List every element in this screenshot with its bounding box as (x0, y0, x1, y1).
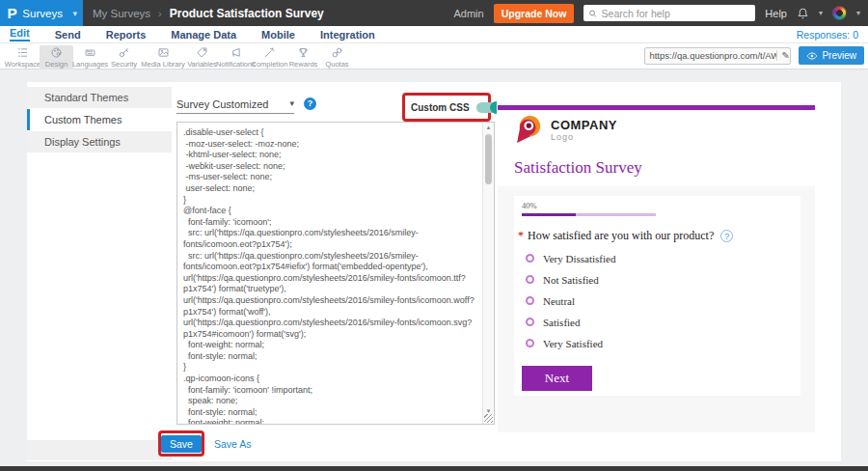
toolbar-right: ✎ Preview (644, 45, 864, 65)
option-satisfied[interactable]: Satisfied (526, 316, 581, 328)
notifications-megaphone-icon (230, 46, 242, 59)
survey-preview-pane: COMPANY Logo Satisfaction Survey 40% * H… (497, 82, 841, 461)
question-help-icon[interactable]: ? (720, 230, 733, 242)
question-row: * How satisfied are you with our product… (518, 229, 733, 243)
custom-css-label: Custom CSS (411, 102, 470, 113)
notifications-bell-icon[interactable] (797, 7, 809, 20)
sidebar-item-custom-themes[interactable]: Custom Themes (27, 109, 172, 130)
avatar[interactable] (832, 6, 847, 20)
variables-tag-icon (196, 46, 208, 59)
custom-css-editor[interactable]: .disable-user-select { -moz-user-select:… (176, 122, 495, 425)
theme-dropdown[interactable]: Survey Customized ▾ (176, 98, 294, 114)
toolbar-item-workspace[interactable]: Workspace (6, 45, 40, 69)
sidebar-item-display-settings[interactable]: Display Settings (27, 131, 172, 152)
sidebar-item-standard-themes[interactable]: Standard Themes (27, 87, 172, 108)
search-icon (588, 9, 597, 18)
css-code[interactable]: .disable-user-select { -moz-user-select:… (177, 123, 482, 424)
survey-body: 40% * How satisfied are you with our pro… (498, 186, 815, 432)
workspace-icon (16, 46, 29, 59)
chevron-down-icon: ▾ (72, 9, 77, 18)
rewards-trophy-icon (297, 46, 310, 59)
sidebar-footer (27, 440, 172, 460)
survey-url-input[interactable] (649, 50, 776, 61)
completion-wand-icon (263, 46, 276, 59)
survey-top-bar (498, 105, 815, 110)
bottom-bar (0, 466, 868, 471)
survey-url-field[interactable]: ✎ (644, 47, 791, 65)
page-title: Product Satisfaction Survey (170, 7, 324, 20)
menu-item-mobile[interactable]: Mobile (261, 29, 295, 41)
theme-help-icon[interactable]: ? (304, 97, 316, 110)
survey-title: Satisfaction Survey (514, 158, 642, 178)
progress-bar (522, 213, 656, 216)
option-neutral[interactable]: Neutral (526, 294, 575, 307)
scrollbar-thumb[interactable] (485, 134, 492, 184)
menu-item-reports[interactable]: Reports (106, 29, 147, 41)
option-not-satisfied[interactable]: Not Satisfied (526, 273, 599, 286)
progress-label: 40% (522, 201, 537, 210)
help-link[interactable]: Help (765, 8, 787, 19)
next-button[interactable]: Next (522, 366, 592, 391)
upgrade-now-button[interactable]: Upgrade Now (494, 4, 575, 23)
radio-icon[interactable] (526, 254, 534, 263)
toolbar-item-variables[interactable]: Variables (185, 45, 219, 69)
option-very-satisfied[interactable]: Very Satisfied (526, 337, 603, 349)
product-switcher[interactable]: P Surveys ▾ (0, 0, 83, 26)
search-input[interactable] (602, 8, 751, 19)
theme-dropdown-value: Survey Customized (176, 98, 268, 110)
chevron-down-icon: ▾ (289, 98, 294, 110)
required-asterisk: * (518, 229, 524, 243)
radio-icon[interactable] (526, 296, 534, 305)
save-highlight-box: Save (158, 430, 204, 457)
toolbar-item-security[interactable]: Security (107, 45, 141, 69)
toolbar-item-rewards[interactable]: Rewards (286, 45, 320, 69)
toolbar-item-quotas[interactable]: Quotas (320, 45, 354, 69)
editor-scrollbar[interactable]: ▲ ▼ (482, 123, 494, 424)
preview-button[interactable]: Preview (799, 46, 864, 65)
security-key-icon (118, 46, 130, 59)
custom-css-highlight-box: Custom CSS (402, 93, 491, 122)
media-library-icon (157, 46, 170, 59)
menu-item-manage-data[interactable]: Manage Data (171, 29, 236, 41)
help-search[interactable] (583, 5, 755, 21)
topbar-right: Admin Upgrade Now Help ▾ ▾ (453, 4, 868, 23)
resize-grip-icon[interactable] (484, 414, 493, 423)
top-bar: P Surveys ▾ My Surveys › Product Satisfa… (0, 0, 868, 26)
toolbar-item-design[interactable]: Design (40, 45, 73, 69)
responses-count[interactable]: Responses: 0 (797, 29, 858, 41)
main-menu: Edit Send Reports Manage Data Mobile Int… (0, 26, 868, 43)
breadcrumb-separator-icon: › (158, 8, 162, 19)
themes-sidebar: Standard Themes Custom Themes Display Se… (27, 82, 172, 461)
save-as-link[interactable]: Save As (214, 438, 252, 450)
admin-link[interactable]: Admin (453, 8, 483, 19)
radio-icon[interactable] (526, 318, 534, 326)
edit-toolbar: Workspace Design Languages Security Medi… (0, 43, 868, 69)
company-logo: COMPANY Logo (514, 114, 617, 146)
save-button[interactable]: Save (161, 435, 202, 453)
toolbar-item-notifications[interactable]: Notifications (219, 45, 253, 69)
toolbar-item-completion[interactable]: Completion (253, 45, 286, 69)
question-card: 40% * How satisfied are you with our pro… (514, 196, 800, 396)
company-pin-icon (514, 114, 544, 146)
menu-item-edit[interactable]: Edit (10, 27, 30, 42)
breadcrumb[interactable]: My Surveys (93, 8, 150, 19)
company-logo-sub: Logo (551, 132, 617, 142)
toolbar-item-languages[interactable]: Languages (73, 45, 107, 69)
design-palette-icon (50, 46, 63, 59)
toolbar-item-media-library[interactable]: Media Library (141, 45, 185, 69)
questionpro-logo-icon: P (8, 6, 17, 21)
chevron-down-icon[interactable]: ▾ (856, 9, 860, 17)
radio-icon[interactable] (526, 275, 534, 284)
question-text: How satisfied are you with our product? (528, 229, 714, 243)
quotas-chain-icon (331, 46, 343, 59)
option-very-dissatisfied[interactable]: Very Dissatisfied (526, 252, 615, 264)
chevron-down-icon[interactable]: ▾ (819, 9, 823, 17)
menu-item-send[interactable]: Send (55, 29, 81, 41)
progress-fill (522, 213, 576, 216)
languages-icon (84, 46, 96, 59)
preview-label: Preview (822, 50, 856, 61)
radio-icon[interactable] (526, 339, 534, 347)
menu-item-integration[interactable]: Integration (320, 29, 375, 41)
scroll-up-icon[interactable]: ▲ (483, 125, 494, 130)
edit-url-pencil-icon[interactable]: ✎ (776, 50, 789, 61)
